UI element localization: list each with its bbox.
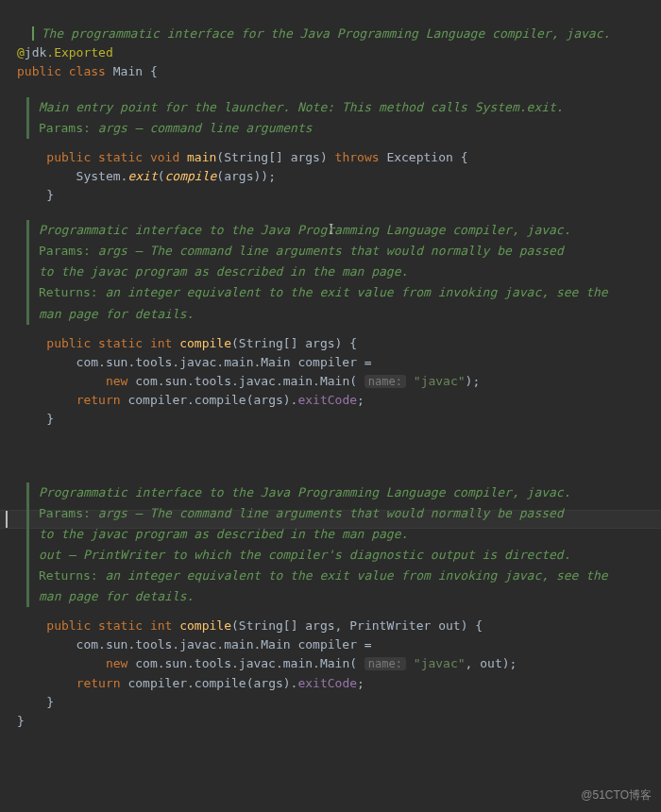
method-compile-2[interactable]: public static int compile(String[] args,…: [0, 617, 661, 731]
annotation-line: @jdk.Exported: [17, 45, 113, 59]
param-hint: name:: [364, 375, 406, 388]
code-editor[interactable]: The programmatic interface for the Java …: [0, 6, 661, 82]
file-doc-comment: The programmatic interface for the Java …: [17, 26, 610, 41]
javadoc-compile-2: Programmatic interface to the Java Progr…: [26, 482, 661, 608]
text-caret: [6, 511, 8, 528]
javadoc-compile-1: Programmatic interface to the Java Progr…: [26, 220, 661, 324]
class-decl: public class Main {: [17, 64, 158, 78]
method-main[interactable]: public static void main(String[] args) t…: [0, 148, 661, 205]
javadoc-main: Main entry point for the launcher. Note:…: [26, 97, 661, 139]
method-compile-1[interactable]: public static int compile(String[] args)…: [0, 334, 661, 467]
watermark-text: @51CTO博客: [581, 787, 652, 804]
param-hint: name:: [364, 657, 406, 670]
